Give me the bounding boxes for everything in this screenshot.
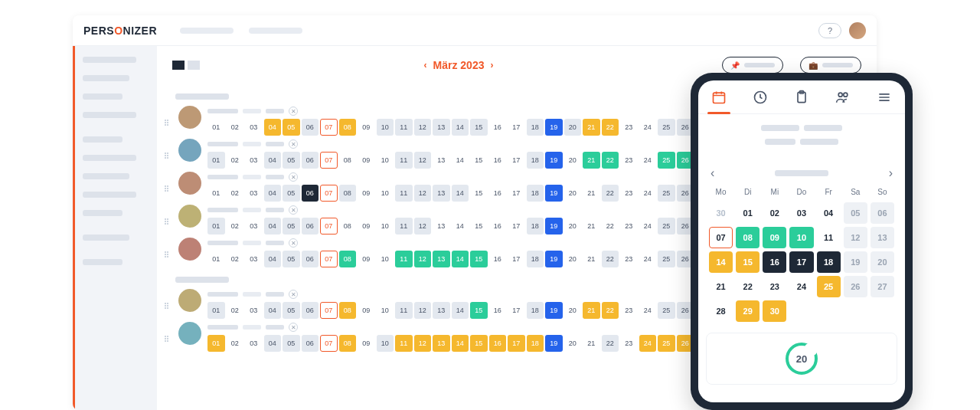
day-cell[interactable]: 16	[489, 152, 507, 169]
mobile-day-cell[interactable]: 25	[817, 276, 841, 297]
day-cell[interactable]: 23	[620, 335, 638, 352]
mobile-day-cell[interactable]: 16	[763, 251, 786, 273]
day-cell[interactable]: 25	[658, 185, 675, 202]
day-cell[interactable]: 12	[414, 218, 432, 235]
day-cell[interactable]: 18	[527, 119, 544, 136]
day-cell[interactable]: 08	[339, 335, 357, 352]
day-cell[interactable]: 18	[527, 218, 544, 235]
day-cell[interactable]: 24	[639, 119, 657, 136]
person-avatar[interactable]	[178, 205, 201, 228]
day-cell[interactable]: 03	[245, 302, 263, 319]
day-cell[interactable]: 15	[470, 251, 488, 267]
day-cell[interactable]: 20	[564, 152, 582, 169]
day-cell[interactable]: 12	[414, 335, 432, 352]
day-cell[interactable]: 12	[414, 119, 432, 136]
day-cell[interactable]: 15	[470, 185, 488, 202]
person-avatar[interactable]	[178, 238, 201, 261]
day-cell[interactable]: 03	[245, 152, 263, 169]
pin-pill[interactable]: 📌	[722, 57, 783, 74]
view-grid-icon[interactable]	[188, 61, 200, 70]
day-cell[interactable]: 09	[358, 302, 375, 319]
sidebar-item[interactable]	[83, 210, 122, 216]
day-cell[interactable]: 05	[283, 218, 300, 235]
day-cell[interactable]: 01	[207, 185, 225, 202]
day-cell[interactable]: 25	[658, 302, 675, 319]
close-icon[interactable]: ✕	[289, 290, 298, 299]
day-cell[interactable]: 15	[470, 152, 488, 169]
drag-handle-icon[interactable]	[165, 303, 172, 309]
day-cell[interactable]: 08	[339, 119, 357, 136]
day-cell[interactable]: 01	[207, 218, 225, 235]
close-icon[interactable]: ✕	[289, 323, 298, 332]
day-cell[interactable]: 02	[227, 119, 244, 136]
briefcase-pill[interactable]: 💼	[800, 57, 861, 74]
drag-handle-icon[interactable]	[165, 185, 172, 192]
mobile-day-cell[interactable]: 04	[817, 202, 841, 224]
mobile-day-cell[interactable]: 02	[763, 202, 786, 224]
day-cell[interactable]: 05	[283, 302, 300, 319]
day-cell[interactable]: 01	[207, 335, 225, 352]
day-cell[interactable]: 19	[545, 218, 563, 235]
day-cell[interactable]: 14	[452, 218, 469, 235]
day-cell[interactable]: 05	[283, 152, 300, 169]
day-cell[interactable]: 05	[283, 335, 300, 352]
day-cell[interactable]: 20	[564, 185, 582, 202]
mobile-day-cell[interactable]: 30	[709, 202, 733, 224]
day-cell[interactable]: 09	[358, 119, 375, 136]
day-cell[interactable]: 04	[264, 152, 282, 169]
mobile-day-cell[interactable]: 17	[789, 251, 813, 273]
mobile-day-cell[interactable]: 10	[789, 227, 813, 248]
tab-calendar-icon[interactable]	[710, 89, 727, 106]
day-cell[interactable]: 07	[320, 185, 338, 202]
mobile-prev-button[interactable]: ‹	[709, 166, 716, 180]
tab-clipboard-icon[interactable]	[793, 89, 810, 106]
drag-handle-icon[interactable]	[165, 336, 172, 342]
day-cell[interactable]: 19	[545, 302, 563, 319]
day-cell[interactable]: 14	[452, 335, 469, 352]
drag-handle-icon[interactable]	[165, 120, 172, 126]
day-cell[interactable]: 06	[302, 185, 319, 202]
day-cell[interactable]: 09	[358, 185, 375, 202]
tab-menu-icon[interactable]	[876, 89, 893, 106]
user-avatar[interactable]	[849, 22, 866, 39]
day-cell[interactable]: 07	[320, 152, 338, 169]
mobile-day-cell[interactable]: 11	[817, 227, 841, 248]
day-cell[interactable]: 19	[545, 185, 563, 202]
help-button[interactable]: ?	[818, 23, 841, 38]
day-cell[interactable]: 11	[395, 218, 413, 235]
day-cell[interactable]: 03	[245, 251, 263, 267]
mobile-day-cell[interactable]: 03	[789, 202, 813, 224]
day-cell[interactable]: 22	[602, 152, 619, 169]
day-cell[interactable]: 21	[583, 185, 600, 202]
day-cell[interactable]: 12	[414, 152, 432, 169]
mobile-day-cell[interactable]: 13	[871, 227, 894, 248]
sidebar-item[interactable]	[83, 155, 136, 161]
day-cell[interactable]: 14	[452, 302, 469, 319]
day-cell[interactable]: 21	[583, 302, 600, 319]
day-cell[interactable]: 18	[527, 152, 544, 169]
day-cell[interactable]: 25	[658, 251, 675, 267]
day-cell[interactable]: 01	[207, 251, 225, 267]
day-cell[interactable]: 24	[639, 251, 657, 267]
day-cell[interactable]: 18	[527, 302, 544, 319]
day-cell[interactable]: 02	[227, 185, 244, 202]
day-cell[interactable]: 11	[395, 152, 413, 169]
day-cell[interactable]: 11	[395, 302, 413, 319]
day-cell[interactable]: 17	[508, 218, 525, 235]
day-cell[interactable]: 14	[452, 152, 469, 169]
day-cell[interactable]: 04	[264, 302, 282, 319]
day-cell[interactable]: 08	[339, 218, 357, 235]
day-cell[interactable]: 17	[508, 251, 525, 267]
day-cell[interactable]: 13	[433, 251, 450, 267]
sidebar-item[interactable]	[83, 57, 136, 63]
mobile-day-cell[interactable]: 29	[736, 300, 760, 322]
mobile-day-cell[interactable]: 28	[709, 300, 733, 322]
mobile-day-cell[interactable]: 24	[789, 276, 813, 297]
mobile-day-cell[interactable]: 08	[736, 227, 760, 248]
close-icon[interactable]: ✕	[289, 107, 298, 116]
day-cell[interactable]: 02	[227, 152, 244, 169]
day-cell[interactable]: 13	[433, 218, 450, 235]
close-icon[interactable]: ✕	[289, 172, 298, 182]
day-cell[interactable]: 07	[320, 335, 338, 352]
day-cell[interactable]: 22	[602, 251, 619, 267]
